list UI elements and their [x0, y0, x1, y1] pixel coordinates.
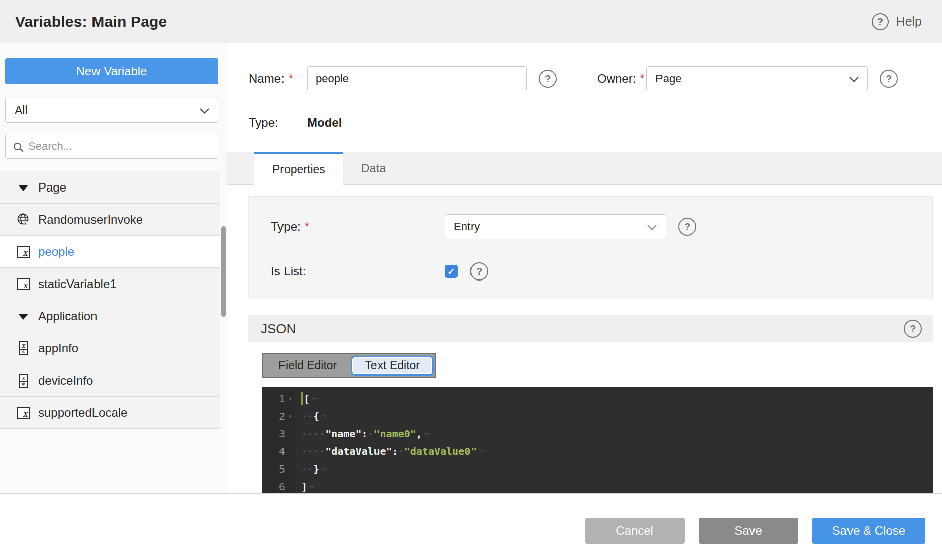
- cancel-button[interactable]: Cancel: [585, 518, 685, 544]
- owner-label-block: Owner: *: [597, 72, 646, 86]
- type-value: Model: [307, 116, 342, 130]
- mode-text-editor[interactable]: Text Editor: [351, 356, 434, 376]
- dialog-body: New Variable All PagexRandomuserInvokexp…: [0, 43, 942, 493]
- variable-x-icon: x: [17, 278, 30, 290]
- code-line-3: 3····"name":·"name0",¬: [262, 425, 933, 442]
- row-label: deviceInfo: [38, 374, 93, 388]
- group-row-Page[interactable]: Page: [0, 171, 227, 204]
- name-label: Name:: [249, 72, 285, 86]
- row-label: staticVariable1: [38, 277, 117, 291]
- search-input[interactable]: [28, 140, 210, 153]
- variable-filter-value: All: [15, 104, 28, 117]
- name-label-block: Name: *: [249, 72, 307, 86]
- fold-arrow-icon[interactable]: ▾: [285, 395, 295, 402]
- json-text-editor[interactable]: 1▾[¬2▾··{¬3····"name":·"name0",¬4····"da…: [262, 387, 933, 493]
- row-icon-slot: x✲: [16, 341, 30, 355]
- row-label: RandomuserInvoke: [38, 213, 143, 227]
- json-header-bar: JSON ?: [248, 315, 933, 342]
- code-line-5: 5··}¬: [262, 460, 933, 478]
- variable-row-deviceInfo[interactable]: x✲deviceInfo: [0, 364, 227, 397]
- tab-properties[interactable]: Properties: [254, 152, 343, 185]
- is-list-help-icon[interactable]: ?: [470, 262, 488, 281]
- required-asterisk: *: [305, 220, 309, 234]
- owner-select[interactable]: Page: [646, 66, 868, 91]
- collapse-triangle-icon[interactable]: [18, 314, 28, 320]
- group-row-Application[interactable]: Application: [0, 300, 227, 332]
- variable-filter-select[interactable]: All: [5, 98, 218, 123]
- entry-type-value: Entry: [454, 220, 480, 233]
- code-line-6: 6]¬: [262, 478, 933, 493]
- sidebar-controls: New Variable All: [0, 43, 227, 159]
- search-box: [5, 134, 218, 159]
- variables-dialog: Variables: Main Page ? Help New Variable…: [0, 0, 942, 560]
- variable-form: Name: * ? Owner: * Page ?: [227, 43, 942, 130]
- entry-type-row: Type: * Entry ?: [271, 214, 932, 239]
- entry-type-label: Type:: [271, 220, 301, 234]
- code-line-1: 1▾[¬: [262, 390, 933, 407]
- variable-row-staticVariable1[interactable]: xstaticVariable1: [0, 268, 227, 300]
- row-label: supportedLocale: [38, 406, 127, 420]
- dialog-footer: CancelSaveSave & Close: [0, 493, 942, 560]
- variable-row-supportedLocale[interactable]: xsupportedLocale: [0, 397, 227, 429]
- row-label: appInfo: [38, 341, 78, 355]
- row-icon-slot: x: [16, 407, 30, 419]
- page-title: Variables: Main Page: [15, 13, 167, 30]
- owner-help-icon[interactable]: ?: [880, 70, 898, 88]
- search-icon: [14, 143, 21, 150]
- help-label: Help: [896, 14, 922, 29]
- save-close-button[interactable]: Save & Close: [812, 518, 925, 544]
- sidebar-scrollbar-thumb[interactable]: [221, 226, 226, 317]
- entry-type-select[interactable]: Entry: [445, 214, 666, 239]
- variable-x-icon: x: [17, 407, 30, 419]
- code-text: ····"name":·"name0",¬: [295, 428, 429, 440]
- variable-row-people[interactable]: xpeople: [0, 236, 227, 268]
- row-icon-slot: [16, 313, 30, 320]
- fold-arrow-icon[interactable]: ▾: [285, 413, 295, 420]
- sidebar-scrollbar-track[interactable]: [220, 43, 227, 493]
- code-line-4: 4····"dataValue":·"dataValue0"¬: [262, 442, 933, 460]
- mode-field-editor[interactable]: Field Editor: [264, 356, 351, 376]
- gutter-cell: 4: [262, 442, 295, 460]
- code-text: ]¬: [295, 481, 314, 493]
- variable-row-appInfo[interactable]: x✲appInfo: [0, 332, 227, 364]
- gutter-cell: 2▾: [262, 407, 295, 425]
- code-text: ··}¬: [295, 463, 326, 475]
- tab-data[interactable]: Data: [343, 152, 404, 185]
- code-line-2: 2▾··{¬: [262, 407, 933, 425]
- type-row: Type: Model: [249, 116, 942, 130]
- owner-select-value: Page: [655, 72, 681, 85]
- save-button[interactable]: Save: [699, 518, 798, 544]
- code-text: [¬: [295, 392, 317, 405]
- gutter-cell: 5: [262, 460, 295, 478]
- global-variable-icon: x✲: [19, 374, 28, 388]
- name-input[interactable]: [307, 66, 527, 91]
- new-variable-button[interactable]: New Variable: [5, 58, 218, 84]
- type-label: Type:: [249, 116, 278, 130]
- gutter-cell: 3: [262, 425, 295, 442]
- is-list-label: Is List:: [271, 264, 445, 278]
- help-button[interactable]: ? Help: [872, 13, 922, 30]
- global-variable-icon: x✲: [19, 341, 28, 355]
- json-help-icon[interactable]: ?: [904, 320, 922, 338]
- row-icon-slot: x: [16, 278, 30, 290]
- help-question-icon: ?: [872, 13, 889, 30]
- gutter-cell: 6: [262, 478, 295, 493]
- gutter-cell: 1▾: [262, 390, 295, 407]
- collapse-triangle-icon[interactable]: [18, 185, 28, 191]
- is-list-checkbox[interactable]: [445, 265, 458, 278]
- row-label: Application: [38, 309, 97, 323]
- row-icon-slot: x✲: [16, 374, 30, 388]
- properties-box: Type: * Entry ? Is List: ?: [248, 196, 933, 299]
- name-help-icon[interactable]: ?: [539, 70, 557, 88]
- row-label: people: [38, 245, 74, 259]
- variable-row-RandomuserInvoke[interactable]: xRandomuserInvoke: [0, 204, 227, 236]
- entry-type-label-block: Type: *: [271, 220, 445, 234]
- text-cursor: [301, 392, 303, 405]
- svg-text:x: x: [23, 219, 27, 226]
- service-globe-icon: x: [17, 213, 30, 226]
- required-asterisk: *: [289, 72, 293, 86]
- editor-mode-toggle: Field EditorText Editor: [262, 353, 436, 378]
- entry-type-help-icon[interactable]: ?: [678, 218, 696, 236]
- variable-list: PagexRandomuserInvokexpeoplexstaticVaria…: [0, 171, 227, 429]
- code-text: ····"dataValue":·"dataValue0"¬: [295, 445, 484, 457]
